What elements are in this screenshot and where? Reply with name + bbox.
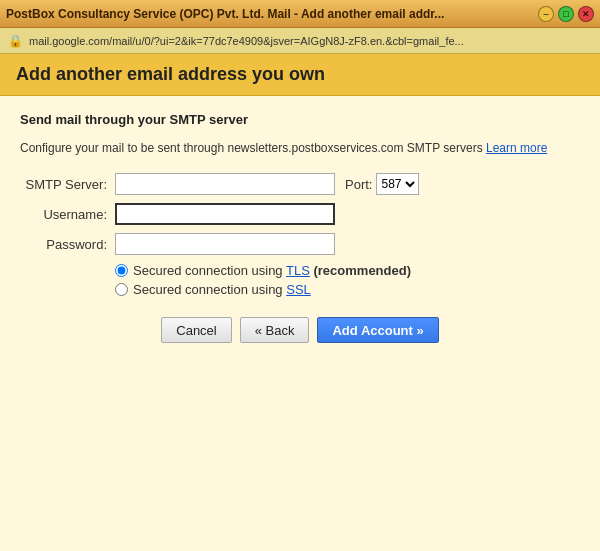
ssl-label: Secured connection using SSL [133,282,311,297]
tls-link[interactable]: TLS [286,263,310,278]
back-button[interactable]: « Back [240,317,310,343]
ssl-radio[interactable] [115,283,128,296]
minimize-button[interactable]: – [538,6,554,22]
maximize-button[interactable]: □ [558,6,574,22]
smtp-input[interactable] [115,173,335,195]
lock-icon: 🔒 [8,34,23,48]
username-input[interactable] [115,203,335,225]
window-controls: – □ ✕ [538,6,594,22]
tls-recommended: (recommended) [313,263,411,278]
radio-group: Secured connection using TLS (recommende… [115,263,580,297]
add-account-button[interactable]: Add Account » [317,317,438,343]
username-row: Username: [20,203,580,225]
password-input[interactable] [115,233,335,255]
page-heading: Add another email address you own [0,54,600,96]
smtp-label: SMTP Server: [20,177,115,192]
main-content: Add another email address you own Send m… [0,54,600,551]
close-button[interactable]: ✕ [578,6,594,22]
button-row: Cancel « Back Add Account » [20,317,580,343]
port-label: Port: [345,177,372,192]
tls-label: Secured connection using TLS (recommende… [133,263,411,278]
tls-radio[interactable] [115,264,128,277]
password-label: Password: [20,237,115,252]
smtp-row: SMTP Server: Port: 25 465 587 [20,173,580,195]
ssl-link[interactable]: SSL [286,282,311,297]
address-bar: 🔒 mail.google.com/mail/u/0/?ui=2&ik=77dc… [0,28,600,54]
cancel-button[interactable]: Cancel [161,317,231,343]
username-label: Username: [20,207,115,222]
learn-more-link[interactable]: Learn more [486,141,547,155]
url-text: mail.google.com/mail/u/0/?ui=2&ik=77dc7e… [29,35,464,47]
section-title: Send mail through your SMTP server [20,112,580,127]
info-text: Configure your mail to be sent through n… [20,139,580,157]
tls-radio-row: Secured connection using TLS (recommende… [115,263,580,278]
ssl-radio-row: Secured connection using SSL [115,282,580,297]
password-row: Password: [20,233,580,255]
window-title: PostBox Consultancy Service (OPC) Pvt. L… [6,7,538,21]
form-container: Send mail through your SMTP server Confi… [0,96,600,359]
title-bar: PostBox Consultancy Service (OPC) Pvt. L… [0,0,600,28]
info-text-content: Configure your mail to be sent through n… [20,141,483,155]
port-select[interactable]: 25 465 587 [376,173,419,195]
